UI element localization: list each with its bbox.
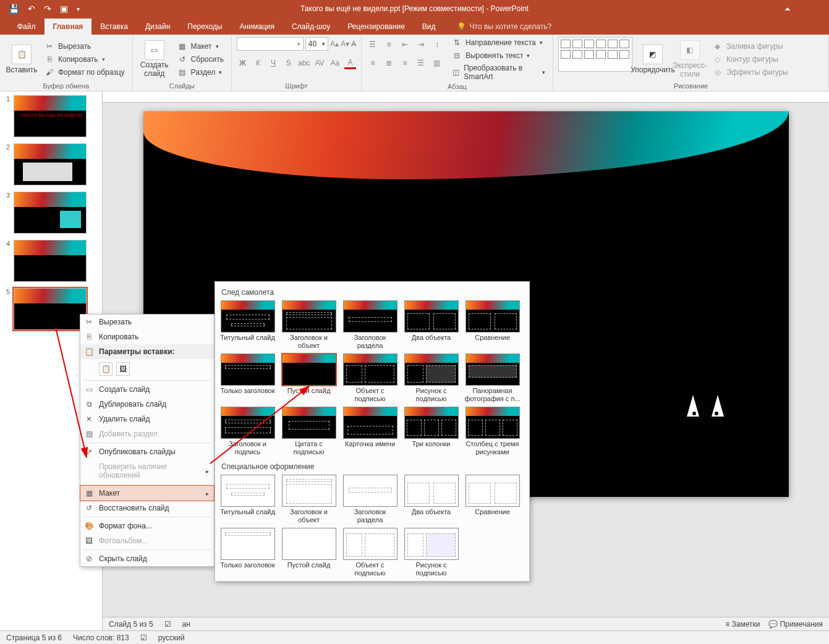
layout-content-caption[interactable]: Объект с подписью — [341, 354, 399, 403]
layout2-content-caption[interactable]: Объект с подписью — [341, 528, 399, 577]
tab-file[interactable]: Файл — [9, 19, 45, 35]
comments-button[interactable]: 💬 Примечания — [768, 620, 823, 629]
clear-format-icon[interactable]: A̶ — [351, 40, 356, 48]
ctx-hide-slide[interactable]: ⊘Скрыть слайд — [80, 551, 214, 566]
layout-quote[interactable]: Цитата с подписью — [280, 407, 338, 456]
align-left-icon[interactable]: ≡ — [367, 57, 379, 69]
layout-title-only[interactable]: Только заголовок — [219, 354, 276, 403]
tab-animation[interactable]: Анимация — [231, 19, 283, 35]
smartart-button[interactable]: ◫Преобразовать в SmartArt ▾ — [449, 63, 548, 82]
copy-button[interactable]: ⎘Копировать ▾ — [42, 54, 127, 65]
layout-col-pics[interactable]: Столбец с тремя рисунками — [464, 407, 521, 456]
tab-slideshow[interactable]: Слайд-шоу — [283, 19, 339, 35]
tab-insert[interactable]: Вставка — [91, 19, 137, 35]
paste-keep-format-icon[interactable]: 📋 — [99, 362, 113, 376]
layout2-title-only[interactable]: Только заголовок — [219, 528, 276, 577]
justify-icon[interactable]: ☰ — [415, 57, 427, 69]
save-icon[interactable]: 💾 — [9, 4, 19, 14]
thumb-2[interactable]: 2 — [2, 143, 100, 185]
columns-icon[interactable]: ▥ — [431, 57, 443, 69]
layout-section-header[interactable]: Заголовок раздела — [341, 300, 399, 350]
shadow-icon[interactable]: S — [283, 57, 294, 69]
font-size-select[interactable]: 40▾ — [305, 37, 328, 51]
layout-title-content[interactable]: Заголовок и объект — [280, 300, 338, 350]
reset-button[interactable]: ↺Сбросить — [175, 54, 226, 65]
numbering-icon[interactable]: ≡ — [383, 38, 395, 51]
line-spacing-icon[interactable]: ↕ — [431, 38, 443, 51]
shapes-gallery[interactable] — [558, 37, 632, 72]
ctx-format-bg[interactable]: 🎨Формат фона... — [80, 519, 214, 533]
font-family-select[interactable]: ▾ — [237, 37, 304, 51]
layout-three-cols[interactable]: Три колонки — [402, 407, 460, 456]
tab-view[interactable]: Вид — [414, 19, 444, 35]
increase-font-icon[interactable]: A▴ — [330, 40, 339, 48]
layout2-two-content[interactable]: Два объекта — [402, 475, 460, 524]
tell-me-search[interactable]: 💡 Что вы хотите сделать? — [451, 19, 558, 35]
layout2-comparison[interactable]: Сравнение — [464, 475, 521, 524]
layout-name-card[interactable]: Карточка имени — [341, 407, 399, 456]
font-color-icon[interactable]: A — [344, 57, 356, 69]
layout2-section-header[interactable]: Заголовок раздела — [341, 475, 399, 524]
indent-inc-icon[interactable]: ⇥ — [415, 38, 427, 51]
layout-panoramic[interactable]: Панорамная фотография с п... — [464, 354, 521, 403]
decrease-font-icon[interactable]: A▾ — [341, 40, 349, 48]
tab-design[interactable]: Дизайн — [137, 19, 179, 35]
ctx-copy[interactable]: ⎘Копировать — [80, 329, 214, 344]
bold-icon[interactable]: Ж — [237, 57, 249, 69]
layout2-title-slide[interactable]: Титульный слайд — [219, 475, 276, 524]
layout-button[interactable]: ▦Макет ▾ — [175, 41, 226, 52]
shape-effects-button[interactable]: ◎Эффекты фигуры — [710, 67, 791, 78]
thumb-4[interactable]: 4 — [2, 240, 100, 282]
ctx-delete[interactable]: ✕Удалить слайд — [80, 412, 214, 426]
align-center-icon[interactable]: ≣ — [383, 57, 395, 69]
qat-dropdown-icon[interactable]: ▾ — [77, 6, 80, 12]
layout-title-slide[interactable]: Титульный слайд — [219, 300, 276, 350]
tab-home[interactable]: Главная — [45, 19, 92, 35]
italic-icon[interactable]: К — [252, 57, 264, 69]
align-right-icon[interactable]: ≡ — [399, 57, 411, 69]
lang-indicator[interactable]: ан — [182, 620, 190, 629]
ctx-cut[interactable]: ✂Вырезать — [80, 315, 214, 329]
slideshow-icon[interactable]: ▣ — [60, 4, 68, 14]
paste-button[interactable]: 📋 Вставить — [5, 37, 38, 81]
layout2-title-content[interactable]: Заголовок и объект — [280, 475, 338, 524]
case-icon[interactable]: Aa — [329, 57, 341, 69]
spell-icon-2[interactable]: ☑ — [140, 633, 147, 642]
shape-outline-button[interactable]: ◇Контур фигуры — [710, 54, 791, 65]
undo-icon[interactable]: ↶ — [28, 4, 35, 14]
layout-blank[interactable]: Пустой слайд — [280, 354, 338, 403]
ribbon-options-icon[interactable]: ⏶ — [773, 0, 801, 17]
align-text-button[interactable]: ⊟Выровнять текст ▾ — [449, 50, 548, 61]
shape-fill-button[interactable]: ◆Заливка фигуры — [710, 41, 791, 52]
layout-picture-caption[interactable]: Рисунок с подписью — [402, 354, 460, 403]
layout-two-content[interactable]: Два объекта — [402, 300, 460, 350]
redo-icon[interactable]: ↷ — [44, 4, 51, 14]
layout-comparison[interactable]: Сравнение — [464, 300, 521, 350]
layout2-blank[interactable]: Пустой слайд — [280, 528, 338, 577]
new-slide-button[interactable]: ▭ Создать слайд — [138, 37, 171, 81]
notes-button[interactable]: ≡ Заметки — [725, 620, 760, 629]
ctx-new-slide[interactable]: ▭Создать слайд — [80, 382, 214, 397]
ctx-reset[interactable]: ↺Восстановить слайд — [80, 501, 214, 515]
layout2-picture-caption[interactable]: Рисунок с подписью — [402, 528, 460, 577]
cut-button[interactable]: ✂Вырезать — [42, 41, 127, 52]
bullets-icon[interactable]: ☰ — [367, 38, 379, 51]
tab-review[interactable]: Рецензирование — [339, 19, 414, 35]
ctx-duplicate[interactable]: ⧉Дублировать слайд — [80, 397, 214, 412]
tab-transitions[interactable]: Переходы — [179, 19, 231, 35]
lang-2[interactable]: русский — [158, 633, 185, 642]
spell-check-icon[interactable]: ☑ — [164, 620, 171, 629]
thumb-1[interactable]: 1 ТАКОГО ВЫ ЕЩЕ НЕ ВИДЕЛИ — [2, 95, 100, 137]
section-button[interactable]: ▤Раздел ▾ — [175, 67, 226, 78]
quick-styles-button[interactable]: ◧ Экспресс-стили — [673, 37, 707, 81]
indent-dec-icon[interactable]: ⇤ — [399, 38, 411, 51]
ctx-layout[interactable]: ▦Макет▸ — [80, 486, 214, 501]
arrange-button[interactable]: ◩ Упорядочить — [636, 37, 670, 81]
text-direction-button[interactable]: ⇅Направление текста ▾ — [449, 37, 548, 48]
paste-picture-icon[interactable]: 🖼 — [116, 362, 130, 376]
format-painter-button[interactable]: 🖌Формат по образцу — [42, 67, 127, 78]
layout-title-caption[interactable]: Заголовок и подпись — [219, 407, 276, 456]
underline-icon[interactable]: Ч — [268, 57, 279, 69]
ctx-publish[interactable]: ↗Опубликовать слайды — [80, 444, 214, 459]
ctx-paste-options[interactable]: 📋 🖼 — [80, 359, 214, 379]
